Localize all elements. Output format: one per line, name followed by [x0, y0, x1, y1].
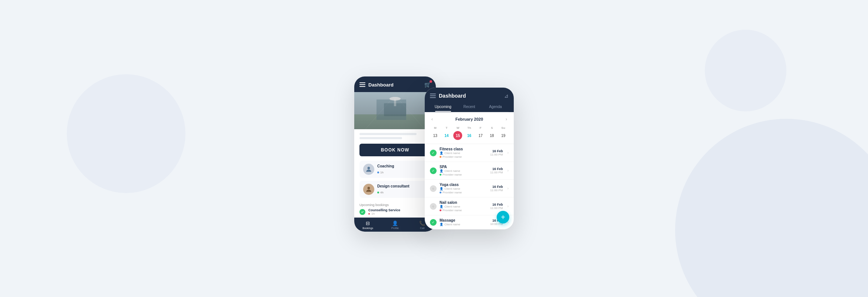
date-text-nail: 16 Feb: [490, 203, 503, 206]
phone-right: Dashboard ⊿ Upcoming Recent Agenda ‹ Feb…: [425, 88, 514, 229]
phone-left: Dashboard 🛒: [354, 76, 436, 232]
arrow-nail: ›: [507, 204, 509, 208]
provider-name-yoga: Provider name: [443, 191, 462, 194]
bg-circle-left: [67, 74, 185, 193]
book-now-button[interactable]: BOOK NOW: [359, 144, 431, 156]
service-badge-coaching: 1h: [377, 171, 384, 174]
booking-item-counselling[interactable]: Counselling Service 1h: [359, 208, 431, 215]
fab-add-button[interactable]: +: [497, 211, 509, 223]
phone-left-header: Dashboard 🛒: [354, 76, 436, 92]
provider-name-nail: Provider name: [443, 209, 462, 212]
date-text-spa: 16 Feb: [490, 167, 503, 171]
cal-day-18[interactable]: 18: [487, 131, 496, 140]
badge-dot-coaching: [377, 172, 379, 173]
booking-info-nail: Nail salon 👤 Client name Provider name: [440, 200, 487, 212]
service-card-coaching[interactable]: Coaching 1h: [359, 161, 431, 178]
hero-overlay: [354, 92, 436, 129]
booking-info-massage: Massage 👤 Client name: [440, 218, 487, 226]
phone-tabs: Upcoming Recent Agenda: [430, 102, 509, 112]
client-name-nail: Client name: [444, 205, 460, 208]
booking-sub-fitness-provider: Provider name: [440, 155, 487, 159]
hamburger-icon[interactable]: [359, 82, 365, 87]
badge-dot-design: [377, 192, 379, 193]
tab-agenda[interactable]: Agenda: [482, 102, 509, 112]
booking-check-icon: [359, 209, 365, 215]
client-name-yoga: Client name: [444, 187, 460, 190]
booking-date-fitness: 16 Feb 11:00 PM: [490, 149, 503, 156]
booking-date-nail: 16 Feb 11:00 PM: [490, 203, 503, 210]
booking-title-massage: Massage: [440, 218, 487, 222]
cart-icon[interactable]: 🛒: [424, 82, 431, 88]
booking-info-fitness: Fitness class 👤 Client name Provider nam…: [440, 147, 487, 159]
cal-day-15[interactable]: 15: [453, 131, 462, 140]
badge-text-coaching: 1h: [380, 171, 384, 174]
cal-header-f: F: [475, 125, 486, 130]
filter-icon[interactable]: ⊿: [504, 93, 509, 99]
service-badge-design: 4h: [377, 191, 384, 194]
svg-point-9: [368, 187, 370, 189]
client-icon-nail: 👤: [440, 205, 443, 208]
cal-day-17[interactable]: 17: [476, 131, 485, 140]
status-icon-yoga: ○: [430, 185, 437, 192]
arrow-fitness: ›: [507, 151, 509, 155]
arrow-spa: ›: [507, 169, 509, 173]
booking-sub-spa-provider: Provider name: [440, 173, 487, 176]
booking-row-spa[interactable]: ✓ SPA 👤 Client name Provider name 16 Feb…: [425, 162, 514, 180]
tab-recent[interactable]: Recent: [456, 102, 483, 112]
tab-upcoming[interactable]: Upcoming: [430, 102, 456, 112]
cal-header-su: Su: [498, 125, 509, 130]
nav-profile[interactable]: 👤 Profile: [381, 221, 408, 229]
provider-name-spa: Provider name: [443, 173, 462, 176]
booking-row-yoga[interactable]: ○ Yoga class 👤 Client name Provider name…: [425, 180, 514, 198]
cal-day-14[interactable]: 14: [442, 131, 451, 140]
client-name-spa: Client name: [444, 169, 460, 173]
header-left: Dashboard: [359, 82, 394, 88]
phone-right-header-top: Dashboard ⊿: [430, 93, 509, 99]
cal-day-19[interactable]: 19: [499, 131, 508, 140]
calendar-grid: M T W Th F S Su 13 14 15 16 17 18 19: [430, 125, 509, 140]
booking-title-fitness: Fitness class: [440, 147, 487, 151]
client-icon-yoga: 👤: [440, 187, 443, 190]
phone-left-title: Dashboard: [368, 82, 394, 88]
booking-duration-counselling: 1h: [368, 212, 400, 215]
nav-bookings[interactable]: ⊟ Bookings: [354, 221, 381, 229]
service-avatar-design: [363, 184, 374, 195]
booking-sub-yoga-client: 👤 Client name: [440, 187, 487, 190]
nav-call-label: Call: [420, 227, 424, 229]
cal-header-m: M: [430, 125, 441, 130]
next-month-button[interactable]: ›: [504, 116, 509, 123]
service-card-design[interactable]: Design consultant 4h: [359, 181, 431, 198]
booking-date-spa: 16 Feb 11:00 PM: [490, 167, 503, 174]
booking-row-fitness[interactable]: ✓ Fitness class 👤 Client name Provider n…: [425, 144, 514, 162]
booking-name-counselling: Counselling Service: [368, 208, 400, 212]
date-text-fitness: 16 Feb: [490, 149, 503, 153]
client-icon-massage: 👤: [440, 223, 443, 226]
bg-circle-right: [705, 30, 786, 111]
calendar-month-label: February 2020: [456, 117, 483, 121]
cal-header-t: T: [441, 125, 452, 130]
svg-point-8: [368, 167, 370, 169]
booking-title-yoga: Yoga class: [440, 183, 487, 187]
service-name-coaching: Coaching: [377, 164, 427, 168]
prev-month-button[interactable]: ‹: [430, 116, 434, 123]
booking-date-yoga: 16 Feb 11:00 PM: [490, 185, 503, 192]
status-icon-nail: ○: [430, 203, 437, 210]
provider-dot-fitness: [440, 156, 441, 158]
hero-image: [354, 92, 436, 129]
phone-right-header: Dashboard ⊿ Upcoming Recent Agenda: [425, 88, 514, 112]
right-header-left: Dashboard: [430, 93, 466, 99]
cal-day-13[interactable]: 13: [431, 131, 440, 140]
status-icon-fitness: ✓: [430, 150, 437, 156]
booking-sub-nail-client: 👤 Client name: [440, 205, 487, 208]
cal-day-16[interactable]: 16: [465, 131, 474, 140]
booking-title-spa: SPA: [440, 165, 487, 169]
time-text-yoga: 11:00 PM: [490, 189, 503, 192]
right-hamburger-icon[interactable]: [430, 94, 436, 98]
booking-info-counselling: Counselling Service 1h: [368, 208, 400, 215]
badge-text-design: 4h: [380, 191, 384, 194]
provider-dot-nail: [440, 209, 441, 211]
status-icon-massage: ✓: [430, 219, 437, 226]
service-avatar-coaching: [363, 164, 374, 175]
nav-profile-label: Profile: [391, 227, 399, 229]
booking-sub-nail-provider: Provider name: [440, 209, 487, 212]
